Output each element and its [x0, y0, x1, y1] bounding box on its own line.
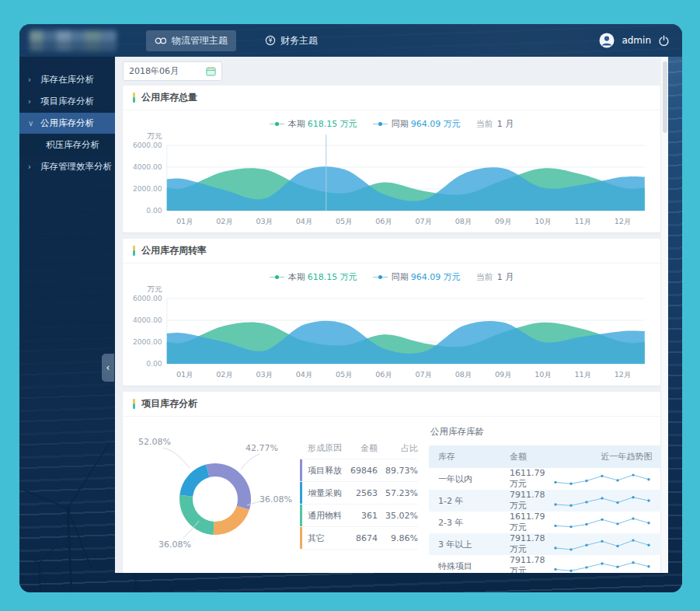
- cell: 增量采购: [308, 487, 343, 499]
- legend-item-current-period[interactable]: 本期 618.15 万元: [270, 118, 357, 130]
- sidebar-item-label: 积压库存分析: [46, 139, 99, 151]
- calendar-icon: [206, 66, 216, 76]
- age-table-header: 库存金额近一年趋势图: [429, 445, 662, 468]
- cell: 其它: [308, 532, 343, 544]
- trend-sparkline: [552, 558, 653, 573]
- y-tick-label: 0.00: [146, 207, 162, 215]
- y-tick-label: 2000.00: [133, 185, 162, 193]
- amount-value: 1611.79 万元: [510, 468, 545, 490]
- sidebar-item-3[interactable]: 积压库存分析: [19, 134, 115, 155]
- cell: 89.73%: [378, 466, 418, 476]
- amount-value: 1611.79 万元: [510, 511, 545, 533]
- sidebar-item-0[interactable]: ›库存在库分析: [19, 69, 115, 90]
- x-tick-label: 01月: [176, 370, 193, 379]
- user-avatar[interactable]: [599, 33, 615, 48]
- tab-logistics-theme[interactable]: 物流管理主题: [146, 30, 236, 51]
- x-tick-label: 01月: [176, 217, 193, 225]
- y-tick-label: 0.00: [146, 360, 162, 368]
- table-row: 一年以内1611.79 万元: [429, 468, 662, 490]
- title-accent-bar: [133, 399, 135, 409]
- donut-callout-line: [163, 448, 190, 468]
- sidebar-item-1[interactable]: ›项目库存分析: [19, 91, 115, 112]
- age-label: 2-3 年: [438, 517, 510, 529]
- y-tick-label: 6000.00: [133, 295, 162, 302]
- area-chart-total-inventory: 6000.004000.002000.000.00万元01月02月03月04月0…: [129, 133, 654, 229]
- donut-segment-2: [179, 495, 214, 535]
- x-tick-label: 07月: [415, 217, 432, 225]
- column-header: 近一年趋势图: [545, 451, 653, 463]
- age-section: 公用库存库龄 库存金额近一年趋势图一年以内1611.79 万元1-2 年7911…: [426, 423, 668, 573]
- donut-section: 52.08% 42.77% 36.08% 36.08% 形成原因金额占比项目释放…: [123, 423, 415, 573]
- column-header: 库存: [438, 451, 510, 463]
- title-accent-bar: [133, 93, 135, 103]
- x-tick-label: 05月: [336, 370, 353, 379]
- donut-label: 42.77%: [246, 443, 278, 453]
- finance-theme-icon: ¥: [265, 35, 276, 46]
- x-tick-label: 04月: [296, 370, 313, 379]
- month-picker-input[interactable]: 2018年06月: [123, 61, 222, 81]
- theme-tabs: 物流管理主题 ¥ 财务主题: [146, 30, 326, 51]
- legend-item-same-period[interactable]: 同期 964.09 万元: [373, 118, 461, 130]
- legend-item-current-period[interactable]: 本期 618.15 万元: [270, 271, 357, 283]
- trend-sparkline: [552, 536, 653, 552]
- age-label: 一年以内: [438, 473, 510, 485]
- chart-legend: 本期 618.15 万元 同期 964.09 万元 当前 1 月: [129, 265, 654, 286]
- column-header: 金额: [510, 451, 545, 463]
- y-tick-label: 2000.00: [133, 338, 162, 346]
- cell: 9.86%: [378, 533, 418, 543]
- x-tick-label: 10月: [535, 370, 552, 379]
- legend-marker-icon: [270, 122, 284, 126]
- cell: 57.23%: [378, 488, 418, 498]
- sidebar-item-2[interactable]: ∨公用库存分析: [19, 113, 115, 134]
- sidebar-item-label: 库存管理效率分析: [40, 161, 112, 173]
- cell: 361: [343, 511, 378, 521]
- donut-label: 52.08%: [138, 437, 171, 447]
- x-tick-label: 09月: [495, 370, 512, 379]
- chart-block: 本期 618.15 万元 同期 964.09 万元 当前 1 月: [123, 110, 660, 232]
- chevron-right-icon: ›: [28, 163, 35, 171]
- panel-project-analysis: 项目库存分析: [123, 392, 660, 573]
- cause-table: 形成原因金额占比项目释放6984689.73%增量采购256357.23%通用物…: [300, 437, 418, 573]
- scrollbar-thumb[interactable]: [663, 61, 667, 133]
- amount-value: 7911.78 万元: [510, 490, 545, 511]
- x-tick-label: 06月: [375, 370, 392, 379]
- username: admin: [622, 35, 651, 46]
- table-row: 1-2 年7911.78 万元: [429, 490, 662, 511]
- cell: 2563: [343, 488, 378, 498]
- donut-label: 36.08%: [259, 494, 292, 505]
- sidebar-collapse-handle[interactable]: ‹: [102, 354, 114, 382]
- x-tick-label: 11月: [574, 370, 591, 379]
- table-row: 3 年以上7911.78 万元: [429, 533, 662, 555]
- x-tick-label: 12月: [615, 370, 632, 379]
- panel-title: 公用库存总量: [141, 91, 197, 104]
- x-tick-label: 06月: [375, 217, 392, 225]
- x-tick-label: 03月: [256, 217, 273, 225]
- legend-item-same-period[interactable]: 同期 964.09 万元: [373, 271, 461, 283]
- y-tick-label: 4000.00: [133, 163, 162, 171]
- x-tick-label: 02月: [216, 217, 233, 225]
- age-table-title: 公用库存库龄: [430, 426, 662, 438]
- user-area: admin: [599, 33, 670, 48]
- chevron-right-icon: ›: [28, 98, 35, 106]
- amount-value: 7911.78 万元: [510, 555, 545, 573]
- x-tick-label: 04月: [296, 217, 313, 225]
- panel-title: 公用库存周转率: [141, 244, 207, 257]
- donut-segment-1: [214, 506, 249, 535]
- chevron-right-icon: ›: [28, 76, 35, 84]
- x-tick-label: 09月: [495, 217, 512, 225]
- legend-marker-icon: [270, 275, 284, 279]
- table-row: 项目释放6984689.73%: [300, 459, 418, 482]
- panel-turnover-rate: 公用库存周转率 本期 618.15 万元 同期 964.09 万元: [123, 239, 660, 386]
- logout-power-icon[interactable]: [658, 35, 670, 47]
- cell: 形成原因: [308, 442, 343, 454]
- age-table: 库存金额近一年趋势图一年以内1611.79 万元1-2 年7911.78 万元2…: [429, 445, 662, 573]
- sidebar-item-4[interactable]: ›库存管理效率分析: [19, 156, 115, 177]
- tab-finance-theme[interactable]: ¥ 财务主题: [256, 30, 326, 51]
- cell: 项目释放: [308, 465, 343, 477]
- page: 物流管理主题 ¥ 财务主题 admin ›库存在库分析›项目库存分析∨公用库存分…: [0, 0, 700, 611]
- x-tick-label: 12月: [615, 217, 632, 225]
- scrollbar[interactable]: [661, 57, 668, 573]
- trend-sparkline: [552, 471, 653, 487]
- toolbar: 2018年06月: [115, 57, 668, 86]
- chevron-down-icon: ∨: [28, 120, 35, 127]
